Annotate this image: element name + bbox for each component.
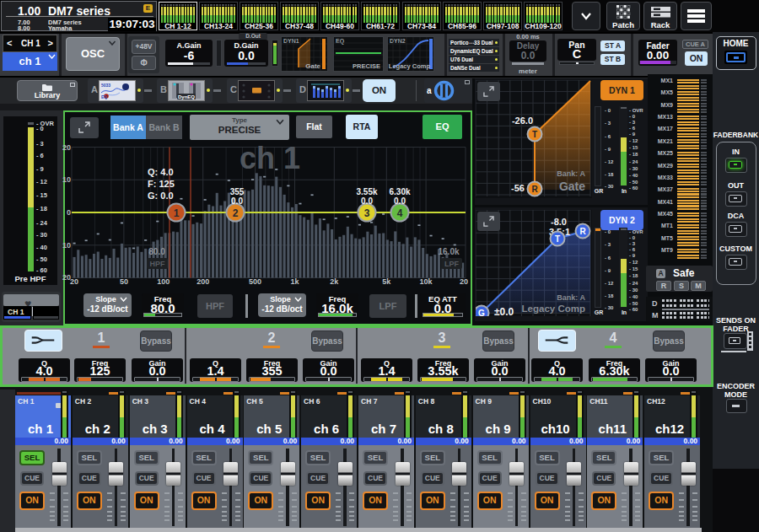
svg-text:2: 2 — [233, 207, 239, 219]
svg-text:Bank: A: Bank: A — [557, 169, 585, 178]
svg-text:LPF: LPF — [444, 260, 460, 268]
svg-text:355: 355 — [230, 187, 245, 196]
svg-text:4: 4 — [397, 207, 403, 219]
svg-text:R: R — [579, 227, 586, 236]
svg-text:-26.0: -26.0 — [512, 116, 533, 126]
svg-text:500: 500 — [249, 277, 261, 286]
svg-text:20: 20 — [460, 277, 468, 286]
svg-text:Legacy Comp: Legacy Comp — [522, 304, 585, 314]
svg-text:200: 200 — [196, 277, 209, 286]
svg-text:100: 100 — [157, 277, 170, 286]
svg-text:Q: 4.0: Q: 4.0 — [148, 167, 174, 177]
svg-text:T: T — [532, 130, 537, 139]
svg-text:ch 1: ch 1 — [240, 142, 300, 175]
svg-text:0.0: 0.0 — [231, 196, 243, 206]
svg-text:-8.0: -8.0 — [551, 217, 567, 227]
svg-text:0.0: 0.0 — [361, 196, 373, 206]
svg-text:EQ: EQ — [101, 94, 107, 99]
svg-text:G: 0.0: G: 0.0 — [148, 191, 174, 201]
svg-text:5k: 5k — [382, 277, 391, 286]
svg-text:R: R — [531, 185, 538, 194]
svg-text:F: 125: F: 125 — [148, 179, 175, 189]
svg-text:1k: 1k — [290, 277, 299, 286]
svg-text:1: 1 — [174, 207, 180, 219]
svg-text:3.55k: 3.55k — [356, 187, 377, 196]
svg-text:20: 20 — [70, 277, 78, 286]
svg-text:-56: -56 — [511, 183, 525, 193]
svg-text:16.0k: 16.0k — [438, 247, 459, 256]
svg-text:Gate: Gate — [559, 180, 585, 193]
svg-text:G: G — [478, 309, 485, 316]
svg-text:0.0: 0.0 — [394, 196, 406, 206]
svg-text:5033: 5033 — [101, 83, 110, 88]
svg-text:10k: 10k — [420, 277, 433, 286]
svg-text:DynEQ: DynEQ — [178, 94, 195, 99]
svg-text:T: T — [555, 234, 560, 244]
svg-text:6.30k: 6.30k — [389, 187, 410, 196]
svg-text:±0.0: ±0.0 — [494, 306, 514, 316]
svg-text:Bank: A: Bank: A — [557, 293, 585, 302]
svg-text:50: 50 — [120, 277, 128, 286]
svg-text:3: 3 — [364, 207, 370, 219]
svg-text:80.0: 80.0 — [148, 247, 165, 256]
svg-text:HPF: HPF — [150, 260, 166, 268]
svg-text:2k: 2k — [330, 277, 339, 286]
